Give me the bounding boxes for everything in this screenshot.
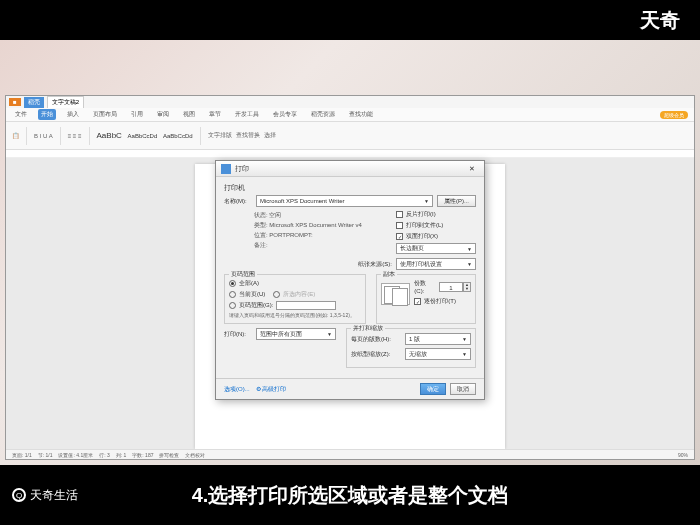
status-spell[interactable]: 拼写检查 xyxy=(159,452,179,458)
status-page[interactable]: 页面: 1/1 xyxy=(12,452,32,458)
collate-checkbox[interactable]: ✓逐份打印(T) xyxy=(414,297,471,306)
print-what-label: 打印(N): xyxy=(224,330,252,339)
reverse-checkbox[interactable]: 反片打印(I) xyxy=(396,210,476,219)
status-pos: 设置值: 4.1厘米 xyxy=(58,452,93,458)
menu-view[interactable]: 视图 xyxy=(180,109,198,120)
status-proof[interactable]: 文档校对 xyxy=(185,452,205,458)
pages-per-sheet-select[interactable]: 1 版▼ xyxy=(405,333,471,345)
ribbon: 文件 开始 插入 页面布局 引用 审阅 视图 章节 开发工具 会员专享 稻壳资源… xyxy=(6,108,694,122)
duplex-mode-select[interactable]: 长边翻页▼ xyxy=(396,243,476,254)
properties-button[interactable]: 属性(P)... xyxy=(437,195,476,207)
comment-label: 备注: xyxy=(254,242,268,248)
menu-dev[interactable]: 开发工具 xyxy=(232,109,262,120)
tab-document[interactable]: 文字文稿2 xyxy=(47,96,84,108)
status-chars[interactable]: 字数: 187 xyxy=(132,452,153,458)
paper-source-select[interactable]: 使用打印机设置▼ xyxy=(396,258,476,270)
location-value: PORTPROMPT: xyxy=(269,232,312,238)
zoom-section-label: 并打和缩放 xyxy=(351,324,385,333)
advanced-link[interactable]: ⚙ 高级打印 xyxy=(256,385,287,394)
pages-input[interactable] xyxy=(276,301,336,310)
statusbar: 页面: 1/1 节: 1/1 设置值: 4.1厘米 行: 3 列: 1 字数: … xyxy=(6,449,694,459)
style-preview-1[interactable]: AaBbC xyxy=(97,131,122,140)
tab-docer[interactable]: 稻壳 xyxy=(24,97,44,108)
location-label: 位置: xyxy=(254,232,268,238)
channel-logo: Q 天奇生活 xyxy=(12,487,78,504)
chevron-down-icon: ▼ xyxy=(424,198,429,204)
paper-source-label: 纸张来源(S): xyxy=(358,260,392,269)
desktop-bg: ■ 稻壳 文字文稿2 文件 开始 插入 页面布局 引用 审阅 视图 章节 开发工… xyxy=(0,40,700,465)
scale-select[interactable]: 无缩放▼ xyxy=(405,348,471,360)
scale-label: 按纸型缩放(Z): xyxy=(351,350,401,359)
subtitle-bar: Q 天奇生活 4.选择打印所选区域或者是整个文档 xyxy=(0,465,700,525)
range-section-label: 页码范围 xyxy=(229,270,257,279)
pages-per-sheet-label: 每页的版数(H): xyxy=(351,335,401,344)
style-preview-3[interactable]: AaBbCcDd xyxy=(163,133,193,139)
paste-icon[interactable]: 📋 xyxy=(12,132,19,139)
printer-name-select[interactable]: Microsoft XPS Document Writer▼ xyxy=(256,195,433,207)
print-icon xyxy=(221,164,231,174)
status-value: 空闲 xyxy=(269,212,281,218)
range-selection-radio: 所选内容(E) xyxy=(273,290,315,299)
dialog-title: 打印 xyxy=(235,164,249,174)
print-dialog: 打印 ✕ 打印机 名称(M): Microsoft XPS Document W… xyxy=(215,160,485,400)
watermark-bar: 天奇 xyxy=(0,0,700,40)
font-tools[interactable]: B I U A xyxy=(34,133,53,139)
tool-textlayout[interactable]: 文字排版 xyxy=(208,131,232,140)
cancel-button[interactable]: 取消 xyxy=(450,383,476,395)
printer-section-label: 打印机 xyxy=(224,183,476,193)
menu-start[interactable]: 开始 xyxy=(38,109,56,120)
tab-home[interactable]: ■ xyxy=(9,98,21,106)
ok-button[interactable]: 确定 xyxy=(420,383,446,395)
options-link[interactable]: 选项(O)... xyxy=(224,385,250,394)
menu-vip[interactable]: 会员专享 xyxy=(270,109,300,120)
para-tools[interactable]: ≡ ≡ ≡ xyxy=(68,133,82,139)
status-label: 状态: xyxy=(254,212,268,218)
menu-file[interactable]: 文件 xyxy=(12,109,30,120)
menu-help[interactable]: 稻壳资源 xyxy=(308,109,338,120)
collate-preview-icon xyxy=(381,283,410,305)
printer-name-label: 名称(M): xyxy=(224,197,252,206)
duplex-checkbox[interactable]: ✓双面打印(X) xyxy=(396,232,476,241)
status-col: 列: 1 xyxy=(116,452,127,458)
copies-section-label: 副本 xyxy=(381,270,397,279)
channel-name: 天奇生活 xyxy=(30,487,78,504)
subtitle-text: 4.选择打印所选区域或者是整个文档 xyxy=(192,482,509,509)
range-current-radio[interactable]: 当前页(U) xyxy=(229,290,265,299)
print-what-select[interactable]: 范围中所有页面▼ xyxy=(256,328,336,340)
copies-label: 份数(C): xyxy=(414,279,435,294)
ruler xyxy=(6,150,694,158)
menu-layout[interactable]: 页面布局 xyxy=(90,109,120,120)
status-zoom[interactable]: 90% xyxy=(678,452,688,458)
watermark-text: 天奇 xyxy=(640,7,680,34)
type-label: 类型: xyxy=(254,222,268,228)
tofile-checkbox[interactable]: 打印到文件(L) xyxy=(396,221,476,230)
menu-ref[interactable]: 引用 xyxy=(128,109,146,120)
pages-hint: 请键入页码和/或用逗号分隔的页码范围(例如: 1,3,5-12)。 xyxy=(229,312,361,319)
dialog-titlebar[interactable]: 打印 ✕ xyxy=(216,161,484,177)
type-value: Microsoft XPS Document Writer v4 xyxy=(269,222,362,228)
status-line: 行: 3 xyxy=(99,452,110,458)
premium-badge[interactable]: 超级会员 xyxy=(660,111,688,119)
logo-icon: Q xyxy=(12,488,26,502)
close-icon[interactable]: ✕ xyxy=(465,165,479,173)
menu-chapter[interactable]: 章节 xyxy=(206,109,224,120)
status-section: 节: 1/1 xyxy=(38,452,53,458)
menu-review[interactable]: 审阅 xyxy=(154,109,172,120)
range-all-radio[interactable]: 全部(A) xyxy=(229,279,361,288)
menu-insert[interactable]: 插入 xyxy=(64,109,82,120)
toolbar: 📋 B I U A ≡ ≡ ≡ AaBbC AaBbCcDd AaBbCcDd … xyxy=(6,122,694,150)
tool-select[interactable]: 选择 xyxy=(264,131,276,140)
copies-spinner[interactable]: 1▲▼ xyxy=(439,282,471,292)
menu-find[interactable]: 查找功能 xyxy=(346,109,376,120)
range-pages-radio[interactable]: 页码范围(G): xyxy=(229,301,361,310)
style-preview-2[interactable]: AaBbCcDd xyxy=(128,133,158,139)
titlebar: ■ 稻壳 文字文稿2 xyxy=(6,96,694,108)
tool-find[interactable]: 查找替换 xyxy=(236,131,260,140)
